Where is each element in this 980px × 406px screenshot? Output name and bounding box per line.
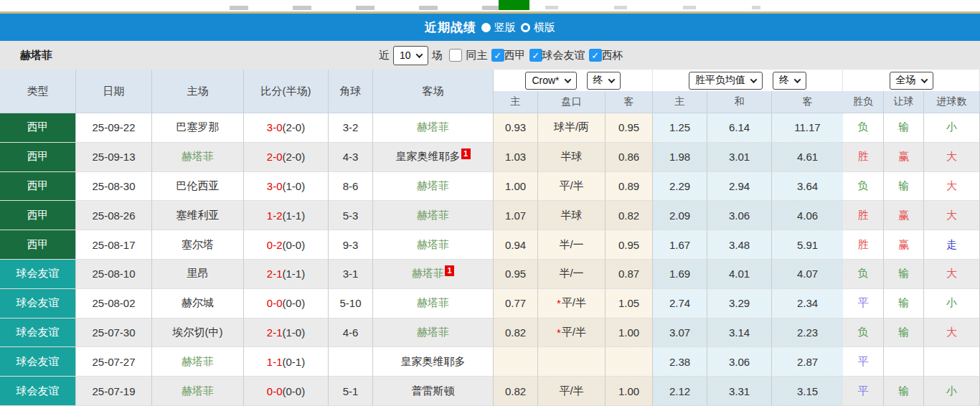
- europe-time-select[interactable]: 终: [773, 72, 806, 90]
- home-team-name[interactable]: 赫塔菲: [182, 150, 214, 164]
- checkbox-checked[interactable]: ✓: [491, 49, 504, 62]
- home-team[interactable]: 赫塔菲: [152, 143, 244, 172]
- col-header-away: 客场: [373, 70, 494, 113]
- away-team[interactable]: 普雷斯顿: [373, 377, 494, 406]
- handicap-line-text: 半球: [561, 150, 583, 164]
- filter-label[interactable]: 西杯: [602, 49, 623, 62]
- halftime-score: (2-0): [283, 151, 306, 163]
- handicap-line: 半球: [538, 201, 606, 230]
- filter-same-home[interactable]: 同主: [449, 49, 488, 62]
- away-team[interactable]: 皇家奥维耶多1: [373, 143, 494, 172]
- filter-label[interactable]: 同主: [466, 49, 488, 62]
- home-team[interactable]: 赫尔城: [152, 289, 244, 318]
- away-team-name[interactable]: 赫塔菲: [412, 267, 444, 280]
- recent-count-select[interactable]: 10: [393, 46, 428, 65]
- home-team[interactable]: 塞维利亚: [152, 201, 244, 230]
- section-title-bar: 近期战绩 竖版 横版: [0, 14, 980, 41]
- fulltime-score: 2-1: [267, 268, 283, 280]
- top-nav-active-tab[interactable]: [499, 0, 529, 10]
- match-type-label: 球会友谊: [17, 296, 60, 310]
- home-team[interactable]: 埃尔切(中): [152, 318, 244, 348]
- asian-away-odds-value: 0.82: [618, 209, 639, 222]
- away-team[interactable]: 赫塔菲: [373, 201, 494, 230]
- away-team-name[interactable]: 赫塔菲: [417, 121, 449, 134]
- away-team[interactable]: 赫塔菲: [373, 289, 494, 318]
- home-team-name[interactable]: 埃尔切(中): [173, 326, 223, 339]
- handicap-line: [538, 347, 606, 377]
- handicap-line-text: 球半/两: [554, 121, 589, 134]
- checkbox-checked[interactable]: ✓: [589, 49, 602, 62]
- away-team[interactable]: 赫塔菲: [373, 113, 494, 143]
- scope-select[interactable]: 全场: [890, 72, 933, 90]
- corner-count: 4-6: [329, 318, 373, 348]
- match-type-badge: 西甲: [0, 113, 76, 143]
- checkbox-unchecked[interactable]: [449, 49, 462, 62]
- view-option-label[interactable]: 横版: [534, 21, 555, 34]
- home-team[interactable]: 赫塔菲: [152, 347, 244, 377]
- match-type-badge: 球会友谊: [0, 347, 76, 377]
- asian-away-odds-value: 0.86: [618, 151, 639, 163]
- filter-copa[interactable]: ✓ 西杯: [589, 49, 623, 62]
- filter-club-friendly[interactable]: ✓ 球会友谊: [529, 49, 585, 62]
- home-team-name[interactable]: 里昂: [187, 267, 209, 280]
- home-team[interactable]: 巴塞罗那: [152, 113, 244, 143]
- handicap-result-text: 输: [898, 179, 909, 193]
- europe-home-odds: 2.09: [653, 201, 707, 230]
- europe-away-odds: 2.23: [772, 318, 843, 348]
- away-team-name[interactable]: 赫塔菲: [417, 296, 449, 310]
- checkbox-checked[interactable]: ✓: [529, 49, 542, 62]
- away-team-name[interactable]: 皇家奥维耶多: [401, 355, 466, 369]
- wdl-result: 负: [843, 260, 884, 289]
- europe-home-odds-value: 1.67: [669, 239, 690, 251]
- home-team[interactable]: 巴伦西亚: [152, 172, 244, 202]
- home-team-name[interactable]: 巴塞罗那: [176, 121, 220, 134]
- away-team-name[interactable]: 赫塔菲: [417, 179, 449, 193]
- europe-away-odds-value: 2.87: [797, 356, 818, 368]
- away-team[interactable]: 赫塔菲: [373, 230, 494, 260]
- europe-draw-odds-value: 3.29: [729, 297, 750, 309]
- view-option-horizontal[interactable]: 横版: [521, 21, 555, 34]
- radio-unselected-icon[interactable]: [521, 23, 530, 32]
- away-team-name[interactable]: 赫塔菲: [417, 209, 449, 222]
- view-option-vertical[interactable]: 竖版: [481, 21, 516, 34]
- match-type-label: 球会友谊: [17, 355, 60, 369]
- home-team[interactable]: 塞尔塔: [152, 230, 244, 260]
- asian-time-select[interactable]: 终: [587, 72, 621, 90]
- home-team-name[interactable]: 赫塔菲: [182, 355, 214, 369]
- home-team-name[interactable]: 巴伦西亚: [176, 179, 220, 193]
- handicap-line-text: 平/半: [559, 179, 583, 193]
- home-team[interactable]: 赫塔菲: [152, 377, 244, 406]
- europe-type-select[interactable]: 胜平负均值: [689, 72, 763, 90]
- away-team-name[interactable]: 赫塔菲: [417, 238, 449, 252]
- away-team[interactable]: 赫塔菲: [373, 318, 494, 348]
- handicap-line-text: 平/半: [562, 326, 586, 339]
- europe-away-odds: 2.87: [772, 347, 843, 377]
- recent-count-value: 10: [400, 49, 411, 61]
- filter-laliga[interactable]: ✓ 西甲: [491, 49, 526, 62]
- europe-home-odds: 3.07: [653, 318, 707, 348]
- home-team-name[interactable]: 塞尔塔: [182, 238, 214, 252]
- bookmaker-select[interactable]: Crow*: [525, 72, 576, 90]
- asian-home-odds-value: 1.07: [505, 209, 526, 222]
- corner-count: 9-3: [329, 230, 373, 260]
- home-team[interactable]: 里昂: [152, 260, 244, 289]
- filter-label[interactable]: 西甲: [504, 49, 526, 62]
- europe-away-odds: 11.17: [772, 113, 843, 143]
- view-option-label[interactable]: 竖版: [494, 21, 516, 34]
- europe-away-odds-value: 4.61: [797, 151, 818, 163]
- away-team-name[interactable]: 赫塔菲: [417, 326, 449, 339]
- radio-selected-icon[interactable]: [481, 23, 491, 32]
- away-team-name[interactable]: 普雷斯顿: [412, 384, 455, 398]
- home-team-name[interactable]: 赫塔菲: [182, 384, 214, 398]
- filter-label[interactable]: 球会友谊: [542, 49, 585, 62]
- home-team-name[interactable]: 赫尔城: [182, 296, 214, 310]
- away-team[interactable]: 赫塔菲1: [373, 260, 494, 289]
- europe-home-odds-value: 1.98: [669, 151, 690, 163]
- away-team-name[interactable]: 皇家奥维耶多: [396, 150, 461, 164]
- away-team[interactable]: 皇家奥维耶多: [373, 347, 494, 377]
- away-team[interactable]: 赫塔菲: [373, 172, 494, 202]
- europe-away-odds-value: 4.07: [797, 268, 818, 280]
- handicap-result-text: 输: [898, 296, 909, 310]
- home-team-name[interactable]: 塞维利亚: [176, 209, 220, 222]
- asian-home-odds-value: 0.82: [505, 326, 526, 339]
